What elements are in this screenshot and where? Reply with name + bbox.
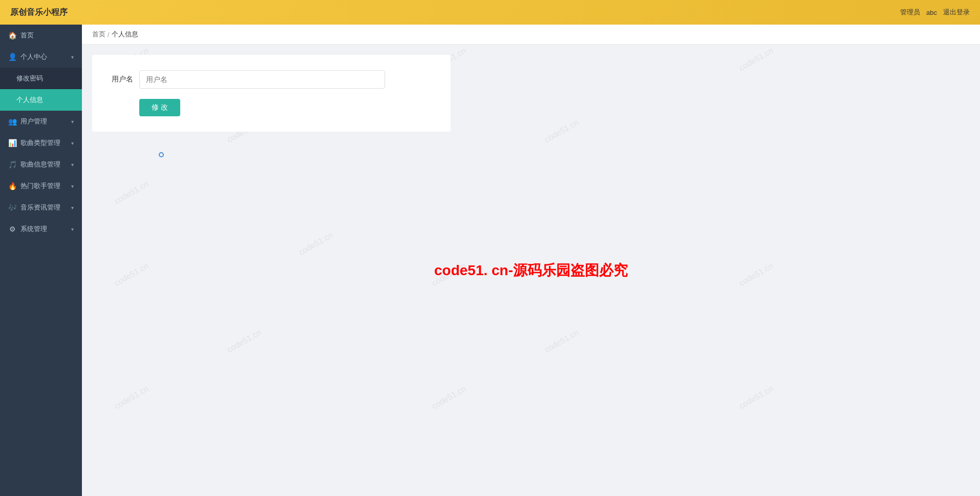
sidebar-item-user-center[interactable]: 👤 个人中心 ▾ bbox=[0, 46, 82, 68]
chevron-down-icon-2: ▾ bbox=[71, 119, 74, 125]
username-label: 用户名 bbox=[102, 75, 133, 84]
sidebar-item-song-info-label: 歌曲信息管理 bbox=[20, 160, 67, 169]
watermark-3: code51.cn bbox=[737, 46, 775, 73]
sidebar-item-home[interactable]: 🏠 首页 bbox=[0, 25, 82, 46]
sidebar-item-music-news-label: 音乐资讯管理 bbox=[20, 203, 67, 212]
sidebar-item-change-password-label: 修改密码 bbox=[16, 74, 74, 83]
sidebar-item-system-label: 系统管理 bbox=[20, 224, 67, 234]
content-area: code51.cn code51.cn code51.cn code51.cn … bbox=[82, 45, 980, 496]
username-display: abc bbox=[926, 9, 937, 16]
center-watermark: code51. cn-源码乐园盗图必究 bbox=[434, 261, 628, 280]
watermark-15: code51.cn bbox=[737, 384, 775, 411]
sidebar-item-song-type-label: 歌曲类型管理 bbox=[20, 138, 67, 148]
sidebar-item-change-password[interactable]: 修改密码 bbox=[0, 68, 82, 89]
sidebar-item-hot-singer-label: 热门歌手管理 bbox=[20, 181, 67, 191]
chevron-down-icon-6: ▾ bbox=[71, 205, 74, 211]
sidebar-item-song-type[interactable]: 📊 歌曲类型管理 ▾ bbox=[0, 132, 82, 154]
watermark-5: code51.cn bbox=[543, 118, 580, 145]
username-row: 用户名 bbox=[102, 70, 440, 89]
sidebar-item-music-news[interactable]: 🎶 音乐资讯管理 ▾ bbox=[0, 197, 82, 218]
app-title: 原创音乐小程序 bbox=[10, 7, 68, 18]
watermark-7: code51.cn bbox=[297, 231, 334, 258]
watermark-9: code51.cn bbox=[430, 261, 467, 288]
header-right: 管理员 abc 退出登录 bbox=[900, 8, 970, 17]
breadcrumb-home[interactable]: 首页 bbox=[92, 30, 105, 39]
music-news-icon: 🎶 bbox=[8, 203, 16, 212]
song-type-icon: 📊 bbox=[8, 139, 16, 147]
sidebar-item-system[interactable]: ⚙ 系统管理 ▾ bbox=[0, 218, 82, 240]
hot-singer-icon: 🔥 bbox=[8, 182, 16, 190]
breadcrumb-separator: / bbox=[108, 31, 110, 38]
watermark-12: code51.cn bbox=[543, 328, 580, 355]
breadcrumb-current: 个人信息 bbox=[112, 30, 138, 39]
user-manage-icon: 👥 bbox=[8, 117, 16, 126]
watermark-11: code51.cn bbox=[225, 328, 263, 355]
breadcrumb: 首页 / 个人信息 bbox=[82, 25, 980, 45]
admin-label: 管理员 bbox=[900, 8, 920, 17]
header: 原创音乐小程序 管理员 abc 退出登录 bbox=[0, 0, 980, 25]
song-info-icon: 🎵 bbox=[8, 160, 16, 169]
main: 首页 / 个人信息 code51.cn code51.cn code51.cn … bbox=[82, 25, 980, 496]
sidebar-item-personal-info-label: 个人信息 bbox=[16, 95, 74, 105]
sidebar-item-user-manage-label: 用户管理 bbox=[20, 117, 67, 126]
layout: 🏠 首页 👤 个人中心 ▾ 修改密码 个人信息 👥 用户管理 ▾ 📊 歌曲类型管… bbox=[0, 25, 980, 496]
chevron-down-icon-5: ▾ bbox=[71, 183, 74, 189]
watermark-10: code51.cn bbox=[737, 261, 775, 288]
sidebar-item-hot-singer[interactable]: 🔥 热门歌手管理 ▾ bbox=[0, 175, 82, 197]
cursor-indicator bbox=[159, 152, 164, 157]
chevron-down-icon-4: ▾ bbox=[71, 162, 74, 168]
chevron-down-icon-7: ▾ bbox=[71, 226, 74, 232]
sidebar-item-home-label: 首页 bbox=[20, 31, 74, 40]
watermark-8: code51.cn bbox=[113, 261, 150, 288]
personal-info-form: 用户名 修 改 bbox=[92, 55, 451, 132]
sidebar: 🏠 首页 👤 个人中心 ▾ 修改密码 个人信息 👥 用户管理 ▾ 📊 歌曲类型管… bbox=[0, 25, 82, 496]
home-icon: 🏠 bbox=[8, 31, 16, 39]
submit-button[interactable]: 修 改 bbox=[139, 99, 180, 116]
sidebar-submenu-user-center: 修改密码 个人信息 bbox=[0, 68, 82, 111]
sidebar-item-user-center-label: 个人中心 bbox=[20, 52, 67, 61]
chevron-down-icon-3: ▾ bbox=[71, 140, 74, 146]
sidebar-item-personal-info[interactable]: 个人信息 bbox=[0, 89, 82, 111]
sidebar-item-user-manage[interactable]: 👥 用户管理 ▾ bbox=[0, 111, 82, 132]
system-icon: ⚙ bbox=[8, 225, 16, 233]
user-center-icon: 👤 bbox=[8, 53, 16, 61]
username-input[interactable] bbox=[139, 70, 385, 89]
logout-button[interactable]: 退出登录 bbox=[943, 8, 970, 17]
sidebar-item-song-info[interactable]: 🎵 歌曲信息管理 ▾ bbox=[0, 154, 82, 175]
watermark-13: code51.cn bbox=[113, 384, 150, 411]
submit-row: 修 改 bbox=[102, 99, 440, 116]
watermark-6: code51.cn bbox=[113, 179, 150, 206]
chevron-down-icon: ▾ bbox=[71, 54, 74, 60]
watermark-14: code51.cn bbox=[430, 384, 467, 411]
